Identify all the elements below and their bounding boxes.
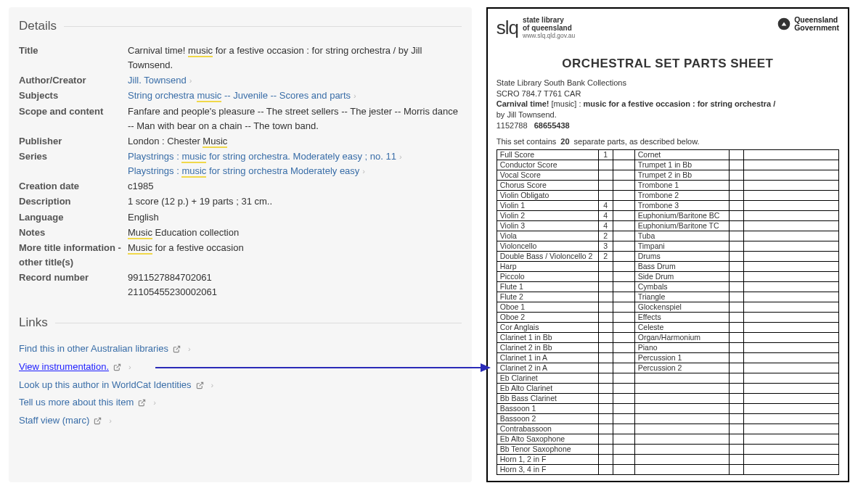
spacer-cell xyxy=(613,262,634,272)
table-row: PiccoloSide Drum xyxy=(497,272,838,282)
spacer-cell xyxy=(743,353,838,363)
part-qty-right xyxy=(729,160,743,170)
part-qty-left xyxy=(598,465,613,475)
link-tell-us-more[interactable]: Tell us more about this item › xyxy=(19,394,462,412)
table-row: Eb Clarinet xyxy=(497,373,838,384)
spacer-cell xyxy=(613,323,634,333)
part-name-left: Oboe 1 xyxy=(497,302,598,313)
external-link-icon xyxy=(196,381,204,389)
spacer-cell xyxy=(613,313,634,323)
link-worldcat[interactable]: Look up this author in WorldCat Identiti… xyxy=(19,376,462,394)
part-name-left: Violoncello xyxy=(497,241,598,252)
chevron-right-icon: › xyxy=(185,342,191,357)
spacer-cell xyxy=(743,231,838,241)
annotation-arrow xyxy=(155,367,489,368)
value-language: English xyxy=(128,210,462,225)
part-name-right: Triangle xyxy=(634,292,729,302)
part-qty-right xyxy=(729,373,743,384)
part-name-left: Eb Alto Clarinet xyxy=(497,384,598,394)
table-row: Viola2Tuba xyxy=(497,231,838,241)
part-qty-left xyxy=(598,353,613,363)
part-name-left: Double Bass / Violoncello 2 xyxy=(497,252,598,262)
part-qty-left: 1 xyxy=(598,150,613,160)
spacer-cell xyxy=(743,323,838,333)
spacer-cell xyxy=(613,455,634,465)
part-name-right xyxy=(634,404,729,414)
spacer-cell xyxy=(743,424,838,434)
part-qty-left xyxy=(598,455,613,465)
part-name-right: Euphonium/Baritone TC xyxy=(634,221,729,231)
link-series-1[interactable]: Playstrings : music for string orchestra… xyxy=(128,151,396,163)
value-scope: Fanfare and people's pleasure -- The str… xyxy=(128,104,462,133)
spacer-cell xyxy=(613,373,634,384)
contains-line: This set contains20separate parts, as de… xyxy=(497,137,839,147)
spacer-cell xyxy=(743,262,838,272)
parts-sheet-document: slq state library of queensland www.slq.… xyxy=(486,7,849,482)
spacer-cell xyxy=(613,404,634,414)
part-name-right: Percussion 1 xyxy=(634,353,729,363)
table-row: Clarinet 1 in APercussion 1 xyxy=(497,353,838,363)
table-row: Oboe 2Effects xyxy=(497,313,838,323)
spacer-cell xyxy=(743,221,838,231)
part-qty-right xyxy=(729,465,743,475)
part-name-right: Glockenspiel xyxy=(634,302,729,313)
spacer-cell xyxy=(613,353,634,363)
part-qty-left xyxy=(598,363,613,373)
spacer-cell xyxy=(613,191,634,201)
part-qty-left xyxy=(598,445,613,455)
external-link-icon xyxy=(94,417,102,425)
part-name-right xyxy=(634,465,729,475)
spacer-cell xyxy=(743,292,838,302)
part-qty-right xyxy=(729,394,743,404)
part-name-right xyxy=(634,424,729,434)
spacer-cell xyxy=(613,181,634,191)
link-series-2[interactable]: Playstrings : music for string orchestra… xyxy=(128,165,359,178)
part-qty-left xyxy=(598,424,613,434)
spacer-cell xyxy=(743,394,838,404)
part-qty-right xyxy=(729,353,743,363)
chevron-right-icon: › xyxy=(187,76,192,85)
part-qty-left: 4 xyxy=(598,201,613,211)
part-name-right: Trombone 3 xyxy=(634,201,729,211)
external-link-icon xyxy=(138,399,146,407)
link-author[interactable]: Jill. Townsend xyxy=(128,75,187,86)
spacer-cell xyxy=(613,465,634,475)
table-row: Vocal ScoreTrumpet 2 in Bb xyxy=(497,170,838,181)
part-qty-right xyxy=(729,191,743,201)
spacer-cell xyxy=(613,384,634,394)
part-qty-left xyxy=(598,373,613,384)
spacer-cell xyxy=(613,241,634,252)
part-name-left: Violin 2 xyxy=(497,211,598,221)
link-view-instrumentation[interactable]: View instrumentation. › xyxy=(19,358,462,376)
part-name-right: Cornet xyxy=(634,150,729,160)
label-language: Language xyxy=(19,210,128,225)
part-name-right: Trombone 2 xyxy=(634,191,729,201)
spacer-cell xyxy=(743,373,838,384)
part-qty-left xyxy=(598,191,613,201)
table-row: Conductor ScoreTrumpet 1 in Bb xyxy=(497,160,838,170)
part-name-right xyxy=(634,373,729,384)
label-more-title: More title information - other title(s) xyxy=(19,241,128,270)
part-qty-left: 4 xyxy=(598,221,613,231)
part-name-left: Vocal Score xyxy=(497,170,598,181)
spacer-cell xyxy=(613,333,634,343)
part-name-right xyxy=(634,434,729,445)
spacer-cell xyxy=(743,455,838,465)
chevron-right-icon: › xyxy=(359,167,365,175)
part-name-right: Timpani xyxy=(634,241,729,252)
chevron-right-icon: › xyxy=(150,395,156,410)
part-name-left: Violin Obligato xyxy=(497,191,598,201)
spacer-cell xyxy=(613,150,634,160)
link-other-libraries[interactable]: Find this in other Australian libraries … xyxy=(19,340,462,358)
spacer-cell xyxy=(743,313,838,323)
spacer-cell xyxy=(743,252,838,262)
part-qty-left xyxy=(598,292,613,302)
part-qty-right xyxy=(729,181,743,191)
link-staff-view[interactable]: Staff view (marc) › xyxy=(19,412,462,430)
link-subject[interactable]: String orchestra music -- Juvenile -- Sc… xyxy=(128,90,351,102)
part-qty-left: 2 xyxy=(598,252,613,262)
part-qty-right xyxy=(729,343,743,353)
part-qty-left xyxy=(598,181,613,191)
table-row: Flute 2Triangle xyxy=(497,292,838,302)
part-qty-left xyxy=(598,394,613,404)
